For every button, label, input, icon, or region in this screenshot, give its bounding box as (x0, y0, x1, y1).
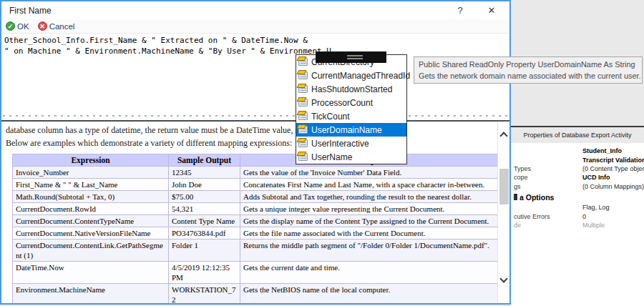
property-row[interactable]: cutive Errors 0 (514, 212, 644, 220)
table-header-row: Expression Sample Output Description (13, 154, 498, 167)
dropdown-item[interactable]: UserInteractive (296, 137, 406, 150)
cell-expression: DateTime.Now (13, 262, 169, 284)
dialog-help-button[interactable]: ? (451, 4, 469, 18)
cell-expression: CurrentDocument.RowId (13, 203, 169, 215)
cell-expression: Invoice_Number (13, 167, 169, 179)
property-row[interactable]: gs (0 Column Mappings) (514, 182, 644, 191)
table-row: CurrentDocument.NativeVersionFileNamePO3… (13, 227, 498, 240)
help-scrollbar[interactable] (497, 122, 509, 303)
cell-expression: First_Name & " " & Last_Name (13, 179, 169, 191)
cell-sample: 4/5/2019 12:12:35 PM (169, 262, 240, 284)
cell-sample: WORKSTATION_72 (169, 284, 240, 304)
property-row[interactable]: Types (0 Content Type objects (514, 164, 644, 173)
member-info-tooltip: Public Shared ReadOnly Property UserDoma… (414, 56, 643, 84)
cell-sample: John Doe (169, 179, 240, 191)
help-panel: database column has a type of datetime, … (1, 122, 509, 303)
properties-panel-top-border (511, 126, 644, 127)
scroll-up-icon[interactable] (499, 132, 507, 139)
property-row[interactable]: de Multiple (514, 221, 644, 230)
cell-description: Gets the file name associated with the C… (240, 227, 498, 240)
cell-description: Returns the middle path segment of "/Fol… (240, 240, 498, 262)
table-row: DateTime.Now4/5/2019 12:12:35 PMGets the… (13, 262, 498, 284)
property-row[interactable]: cope UCD Info (514, 173, 644, 182)
cancel-label: Cancel (49, 22, 75, 31)
expression-line-1: Other_School_Info.First_Name & " Extract… (4, 36, 308, 45)
dropdown-item[interactable]: UserName (296, 150, 406, 164)
scroll-down-icon[interactable] (499, 275, 507, 282)
cancel-x-icon: ✕ (38, 21, 47, 31)
dropdown-item-selected[interactable]: UserDomainName (296, 123, 406, 137)
cancel-button[interactable]: ✕ Cancel (38, 21, 75, 31)
table-row: CurrentDocument.ContentLink.GetPathSegme… (13, 240, 498, 262)
property-value: (0 Column Mappings) (582, 182, 644, 191)
ok-check-icon: ✓ (6, 21, 15, 31)
column-header-sample-output: Sample Output (169, 154, 240, 167)
cell-description: Concatenates First Name and Last Name, w… (240, 179, 498, 191)
cell-description: Gets the NetBIOS name of the local compu… (240, 284, 498, 304)
property-value: 0 (582, 212, 644, 221)
property-icon (298, 153, 308, 161)
dropdown-item-label: TickCount (311, 112, 350, 122)
property-icon (298, 99, 308, 107)
scrollbar-thumb[interactable] (499, 169, 509, 204)
property-value: (0 Content Type objects (582, 164, 644, 173)
property-value: Transcript Validation (582, 156, 644, 164)
property-value: Multiple (582, 221, 644, 230)
dropdown-item[interactable]: HasShutdownStarted (296, 82, 406, 96)
ok-button[interactable]: ✓ OK (6, 21, 29, 31)
property-section-header[interactable]: a Options (514, 192, 644, 203)
dropdown-item[interactable]: TickCount (296, 109, 406, 123)
cell-sample: 54,321 (169, 203, 240, 215)
clipped-text-artifact (3, 114, 508, 118)
property-label: gs (514, 182, 582, 191)
cell-description: Gets a unique integer value representing… (240, 203, 498, 215)
property-value: Flag, Log (582, 203, 644, 212)
dropdown-item-label: UserDomainName (311, 125, 382, 135)
cell-description: Gets the current date and time. (240, 262, 498, 284)
dropdown-item-label: UserName (311, 152, 352, 162)
cell-expression: CurrentDocument.ContentTypeName (13, 215, 169, 227)
column-header-expression: Expression (13, 154, 169, 167)
dialog-title: First Name (9, 6, 52, 16)
property-label: Types (514, 164, 582, 173)
property-row[interactable]: Transcript Validation (514, 155, 644, 164)
property-icon (298, 85, 308, 93)
table-row: Invoice_Number12345Gets the value of the… (13, 167, 498, 179)
dropdown-item[interactable]: CurrentManagedThreadId (296, 69, 406, 82)
close-icon[interactable]: ✕ (482, 4, 501, 18)
table-row: CurrentDocument.ContentTypeNameContent T… (13, 215, 498, 227)
tooltip-line-2: Gets the network domain name associated … (419, 70, 638, 82)
property-row[interactable]: Flag, Log (514, 203, 644, 212)
property-label: cope (514, 173, 582, 182)
screen: { "window": { "title": "First Name", "he… (0, 0, 644, 306)
cell-sample: 12345 (169, 167, 240, 179)
property-section-label: a Options (519, 193, 554, 202)
section-glyph-icon (514, 194, 517, 200)
dropdown-item-label: HasShutdownStarted (311, 84, 392, 94)
expression-line-2: " on Machine " & Environment.MachineName… (4, 46, 331, 56)
property-label: de (514, 221, 582, 230)
property-label: cutive Errors (514, 212, 582, 221)
property-icon (298, 58, 308, 66)
cell-description: Gets the display name of the Content Typ… (240, 215, 498, 227)
expression-editor-dialog: First Name ? ✕ ✓ OK ✕ Cancel Other_Schoo… (0, 0, 511, 305)
property-icon (298, 126, 308, 134)
dropdown-item[interactable]: ProcessorCount (296, 96, 406, 109)
cell-expression: Environment.MachineName (13, 284, 169, 304)
property-row[interactable]: Student_Info (514, 147, 644, 155)
cell-sample: Content Type Name (169, 215, 240, 227)
cell-expression: Math.Round(Subtotal + Tax, 0) (13, 191, 169, 203)
property-value: Student_Info (582, 147, 644, 155)
dropdown-item-label: CurrentManagedThreadId (311, 71, 410, 81)
property-icon (298, 139, 308, 147)
background-app-area: Properties of Database Export Activity S… (511, 0, 644, 306)
cell-description: Adds Subtotal and Tax together, rounding… (240, 191, 498, 203)
expression-examples-table: Expression Sample Output Description Inv… (12, 154, 498, 303)
dropdown-item-label: ProcessorCount (311, 98, 373, 108)
property-value: UCD Info (582, 173, 644, 182)
cell-description: Gets the value of the 'Invoice Number' D… (240, 167, 498, 179)
cell-sample: $75.00 (169, 191, 240, 203)
intellisense-dropdown: CurrentDirectory CurrentManagedThreadId … (296, 54, 407, 164)
dialog-titlebar: First Name ? ✕ (1, 1, 509, 19)
table-row: Math.Round(Subtotal + Tax, 0)$75.00Adds … (13, 191, 498, 203)
